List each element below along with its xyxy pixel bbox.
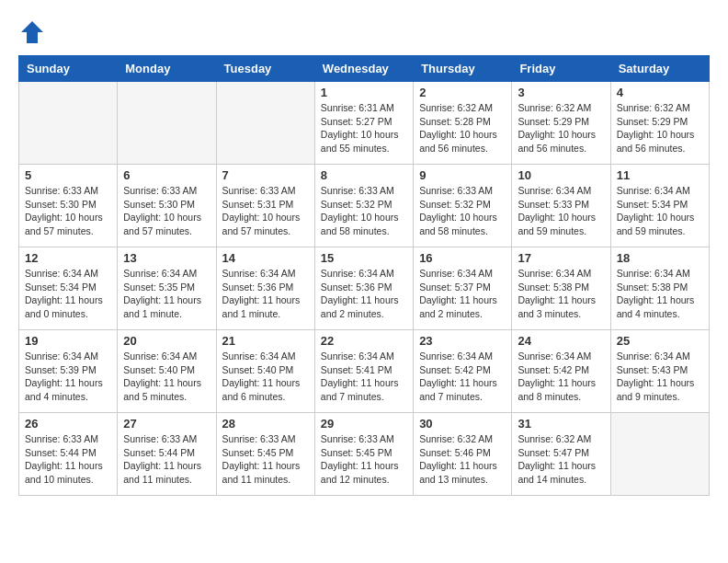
calendar-cell: 15Sunrise: 6:34 AM Sunset: 5:36 PM Dayli… [314,247,413,330]
day-number: 6 [123,168,210,182]
calendar-cell: 13Sunrise: 6:34 AM Sunset: 5:35 PM Dayli… [118,247,216,330]
calendar-cell: 10Sunrise: 6:34 AM Sunset: 5:33 PM Dayli… [512,165,610,247]
day-number: 1 [321,86,407,99]
weekday-header-wednesday: Wednesday [314,56,413,82]
day-info: Sunrise: 6:31 AM Sunset: 5:27 PM Dayligh… [321,101,407,155]
calendar-cell: 23Sunrise: 6:34 AM Sunset: 5:42 PM Dayli… [414,330,512,413]
calendar-cell: 17Sunrise: 6:34 AM Sunset: 5:38 PM Dayli… [512,247,610,330]
day-number: 9 [419,168,506,182]
day-number: 4 [617,86,703,99]
calendar-cell: 22Sunrise: 6:34 AM Sunset: 5:41 PM Dayli… [314,330,413,413]
logo [18,18,50,46]
calendar-cell: 3Sunrise: 6:32 AM Sunset: 5:29 PM Daylig… [512,82,610,165]
weekday-header-saturday: Saturday [610,56,709,82]
calendar-cell: 7Sunrise: 6:33 AM Sunset: 5:31 PM Daylig… [216,165,314,247]
calendar-cell [610,413,709,496]
day-info: Sunrise: 6:34 AM Sunset: 5:40 PM Dayligh… [123,350,210,404]
day-number: 16 [419,251,506,265]
day-number: 24 [518,334,604,348]
weekday-header-row: SundayMondayTuesdayWednesdayThursdayFrid… [19,56,710,82]
calendar-cell: 8Sunrise: 6:33 AM Sunset: 5:32 PM Daylig… [314,165,413,247]
day-number: 23 [419,334,506,348]
day-info: Sunrise: 6:34 AM Sunset: 5:34 PM Dayligh… [617,184,703,238]
day-number: 29 [321,417,407,431]
day-number: 26 [25,417,111,431]
logo-icon [18,18,46,46]
calendar-cell: 12Sunrise: 6:34 AM Sunset: 5:34 PM Dayli… [19,247,118,330]
day-number: 30 [419,417,506,431]
day-number: 17 [518,251,604,265]
day-number: 7 [222,168,309,182]
day-info: Sunrise: 6:34 AM Sunset: 5:42 PM Dayligh… [419,350,506,404]
day-info: Sunrise: 6:33 AM Sunset: 5:32 PM Dayligh… [419,184,506,238]
week-row-4: 19Sunrise: 6:34 AM Sunset: 5:39 PM Dayli… [19,330,710,413]
weekday-header-monday: Monday [118,56,216,82]
calendar-cell: 30Sunrise: 6:32 AM Sunset: 5:46 PM Dayli… [414,413,512,496]
calendar-cell: 25Sunrise: 6:34 AM Sunset: 5:43 PM Dayli… [610,330,709,413]
day-info: Sunrise: 6:32 AM Sunset: 5:46 PM Dayligh… [419,432,506,487]
day-info: Sunrise: 6:33 AM Sunset: 5:32 PM Dayligh… [321,184,407,238]
calendar-cell: 6Sunrise: 6:33 AM Sunset: 5:30 PM Daylig… [118,165,216,247]
day-info: Sunrise: 6:34 AM Sunset: 5:38 PM Dayligh… [617,267,703,321]
day-number: 25 [617,334,703,348]
day-info: Sunrise: 6:33 AM Sunset: 5:45 PM Dayligh… [222,432,309,487]
day-number: 21 [222,334,309,348]
calendar-cell: 21Sunrise: 6:34 AM Sunset: 5:40 PM Dayli… [216,330,314,413]
day-number: 27 [123,417,210,431]
day-number: 8 [321,168,407,182]
page-header [18,18,710,46]
day-info: Sunrise: 6:32 AM Sunset: 5:29 PM Dayligh… [617,101,703,155]
calendar-table: SundayMondayTuesdayWednesdayThursdayFrid… [18,55,710,496]
day-info: Sunrise: 6:34 AM Sunset: 5:33 PM Dayligh… [518,184,604,238]
calendar-cell: 2Sunrise: 6:32 AM Sunset: 5:28 PM Daylig… [414,82,512,165]
day-info: Sunrise: 6:32 AM Sunset: 5:28 PM Dayligh… [419,101,506,155]
week-row-5: 26Sunrise: 6:33 AM Sunset: 5:44 PM Dayli… [19,413,710,496]
day-info: Sunrise: 6:32 AM Sunset: 5:29 PM Dayligh… [518,101,604,155]
day-number: 2 [419,86,506,99]
calendar-cell: 1Sunrise: 6:31 AM Sunset: 5:27 PM Daylig… [314,82,413,165]
day-number: 11 [617,168,703,182]
day-info: Sunrise: 6:34 AM Sunset: 5:35 PM Dayligh… [123,267,210,321]
calendar-cell: 24Sunrise: 6:34 AM Sunset: 5:42 PM Dayli… [512,330,610,413]
day-info: Sunrise: 6:34 AM Sunset: 5:39 PM Dayligh… [25,350,111,404]
day-info: Sunrise: 6:33 AM Sunset: 5:30 PM Dayligh… [123,184,210,238]
calendar-cell: 26Sunrise: 6:33 AM Sunset: 5:44 PM Dayli… [19,413,118,496]
day-info: Sunrise: 6:33 AM Sunset: 5:31 PM Dayligh… [222,184,309,238]
week-row-3: 12Sunrise: 6:34 AM Sunset: 5:34 PM Dayli… [19,247,710,330]
day-number: 18 [617,251,703,265]
day-number: 15 [321,251,407,265]
day-number: 14 [222,251,309,265]
day-number: 3 [518,86,604,99]
day-number: 13 [123,251,210,265]
day-info: Sunrise: 6:34 AM Sunset: 5:36 PM Dayligh… [321,267,407,321]
day-info: Sunrise: 6:34 AM Sunset: 5:40 PM Dayligh… [222,350,309,404]
day-number: 10 [518,168,604,182]
calendar-cell: 9Sunrise: 6:33 AM Sunset: 5:32 PM Daylig… [414,165,512,247]
day-number: 19 [25,334,111,348]
calendar-cell: 16Sunrise: 6:34 AM Sunset: 5:37 PM Dayli… [414,247,512,330]
calendar-cell: 18Sunrise: 6:34 AM Sunset: 5:38 PM Dayli… [610,247,709,330]
day-info: Sunrise: 6:34 AM Sunset: 5:41 PM Dayligh… [321,350,407,404]
calendar-cell: 20Sunrise: 6:34 AM Sunset: 5:40 PM Dayli… [118,330,216,413]
day-info: Sunrise: 6:33 AM Sunset: 5:45 PM Dayligh… [321,432,407,487]
calendar-cell [216,82,314,165]
weekday-header-tuesday: Tuesday [216,56,314,82]
calendar-cell: 14Sunrise: 6:34 AM Sunset: 5:36 PM Dayli… [216,247,314,330]
week-row-1: 1Sunrise: 6:31 AM Sunset: 5:27 PM Daylig… [19,82,710,165]
calendar-cell: 29Sunrise: 6:33 AM Sunset: 5:45 PM Dayli… [314,413,413,496]
day-info: Sunrise: 6:34 AM Sunset: 5:37 PM Dayligh… [419,267,506,321]
day-info: Sunrise: 6:33 AM Sunset: 5:44 PM Dayligh… [123,432,210,487]
day-info: Sunrise: 6:34 AM Sunset: 5:42 PM Dayligh… [518,350,604,404]
day-number: 31 [518,417,604,431]
day-info: Sunrise: 6:32 AM Sunset: 5:47 PM Dayligh… [518,432,604,487]
day-number: 12 [25,251,111,265]
day-info: Sunrise: 6:34 AM Sunset: 5:34 PM Dayligh… [25,267,111,321]
calendar-cell [118,82,216,165]
calendar-cell: 4Sunrise: 6:32 AM Sunset: 5:29 PM Daylig… [610,82,709,165]
calendar-cell: 11Sunrise: 6:34 AM Sunset: 5:34 PM Dayli… [610,165,709,247]
day-info: Sunrise: 6:34 AM Sunset: 5:43 PM Dayligh… [617,350,703,404]
day-number: 28 [222,417,309,431]
calendar-cell: 27Sunrise: 6:33 AM Sunset: 5:44 PM Dayli… [118,413,216,496]
calendar-cell: 19Sunrise: 6:34 AM Sunset: 5:39 PM Dayli… [19,330,118,413]
calendar-cell [19,82,118,165]
